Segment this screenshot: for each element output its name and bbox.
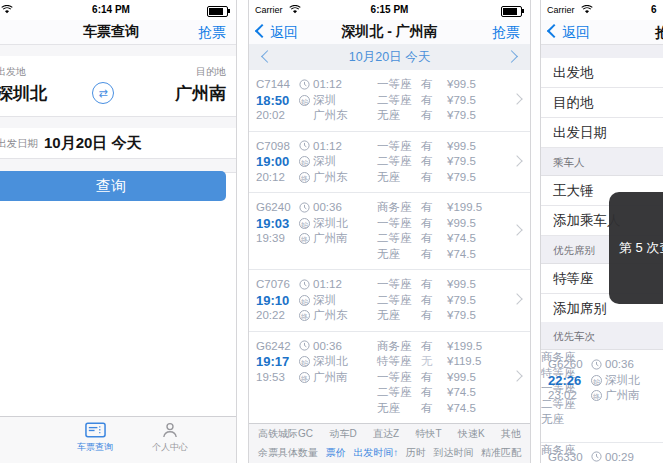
seat-line: 一等座有¥99.5: [377, 216, 512, 232]
seat-class: 一等座: [377, 77, 421, 93]
seat-price: ¥79.5: [447, 309, 476, 321]
arrive-time: 20:22: [256, 308, 290, 324]
clock-icon: [299, 79, 310, 90]
tab-ticket-search[interactable]: 车票查询: [60, 422, 130, 454]
tab-label: 个人中心: [135, 441, 205, 454]
seat-price: ¥74.5: [447, 386, 476, 398]
start-station-badge: 始: [299, 156, 310, 167]
nav-bar: 返回 抢票: [541, 20, 663, 45]
swap-stations-button[interactable]: ⇄: [92, 82, 114, 104]
depart-station-line: 始深圳北: [299, 354, 348, 370]
seat-class: 无座: [541, 413, 564, 425]
arrive-station: 广州南: [313, 371, 348, 383]
arrive-station: 广州南: [313, 232, 348, 244]
from-field[interactable]: 深圳北: [0, 82, 47, 105]
date-field[interactable]: 出发日期 10月20日 今天: [0, 128, 236, 158]
filter-item[interactable]: 到达时间: [433, 446, 473, 460]
filter-item[interactable]: 动车D: [329, 427, 356, 441]
train-route: 00:36始深圳北终广州南: [299, 200, 348, 247]
arrive-time: 19:39: [256, 231, 291, 247]
seat-price: ¥99.5: [447, 78, 476, 90]
seat-line: 无座有¥79.5: [377, 308, 512, 324]
wifi-icon: [581, 5, 593, 14]
grab-ticket-button[interactable]: 抢票: [198, 24, 226, 42]
train-row[interactable]: G626022:2623:0200:36始深圳北终广州南商务座特等座一等座二等座…: [541, 350, 663, 442]
field-row[interactable]: 出发日期: [541, 118, 663, 148]
seat-class: 一等座: [377, 277, 421, 293]
train-row[interactable]: G624019:0319:3900:36始深圳北终广州南商务座有¥199.5一等…: [249, 192, 530, 269]
seat-availability: 有: [421, 170, 447, 186]
seat-class: 一等座: [377, 370, 421, 386]
seat-class: 无座: [377, 401, 421, 417]
status-time: 6:15 PM: [249, 4, 530, 15]
seat-availability: 有: [421, 154, 447, 170]
grab-ticket-content: Carrier 6 返回 抢票 出发地目的地出发日期 乘车人王大锤添加乘车人优先…: [541, 0, 663, 463]
status-bar: Carrier 6: [541, 0, 663, 20]
back-button[interactable]: 返回: [549, 24, 590, 42]
train-times: G624219:1719:53: [256, 339, 291, 386]
seat-availability: 有: [421, 401, 447, 417]
train-number: G6330: [548, 450, 583, 463]
seat-line: 二等座有¥79.5: [377, 154, 512, 170]
train-row[interactable]: G633000:29商务座: [541, 442, 663, 463]
ticket-icon: [85, 422, 106, 438]
seat-availability: 有: [421, 370, 447, 386]
train-times: C709819:0020:12: [256, 139, 290, 186]
train-row[interactable]: C707619:1020:2201:12始深圳终广州东一等座有¥99.5二等座有…: [249, 269, 530, 331]
depart-station: 深圳: [313, 94, 336, 106]
depart-station: 深圳北: [313, 355, 348, 367]
end-station-badge: 终: [299, 310, 310, 321]
prev-day-button[interactable]: [261, 50, 274, 63]
seat-class: 二等座: [377, 293, 421, 309]
seat-availability: 有: [421, 277, 447, 293]
filter-item[interactable]: 其他: [501, 427, 521, 441]
seat-line: 二等座有¥74.5: [377, 231, 512, 247]
field-row[interactable]: 目的地: [541, 88, 663, 118]
seat-list: 一等座有¥99.5二等座有¥79.5无座有¥79.5: [377, 77, 512, 124]
grab-ticket-button[interactable]: 抢票: [492, 24, 520, 42]
train-route: 01:12始深圳始广州东: [299, 77, 348, 124]
filter-item[interactable]: 出发时间↑: [353, 446, 398, 460]
train-row[interactable]: C714418:5020:0201:12始深圳始广州东一等座有¥99.5二等座有…: [249, 70, 530, 131]
next-day-button[interactable]: [505, 50, 518, 63]
seat-line: 一等座有¥99.5: [377, 277, 512, 293]
train-times: C714418:5020:02: [256, 77, 290, 124]
seat-class: 无座: [377, 247, 421, 263]
arrive-time: 20:02: [256, 108, 290, 124]
date-value: 10月20日 今天: [44, 134, 142, 153]
depart-station-line: 始深圳: [299, 293, 348, 309]
filter-item[interactable]: 特快T: [415, 427, 441, 441]
filter-item[interactable]: 精准匹配: [481, 446, 521, 460]
seat-class: 一等座: [377, 139, 421, 155]
chevron-right-icon: [511, 155, 522, 166]
start-station-badge: 始: [299, 95, 310, 106]
search-button[interactable]: 查询: [0, 171, 226, 201]
seat-price: ¥99.5: [447, 217, 476, 229]
filter-item[interactable]: 历时: [406, 446, 426, 460]
seat-availability: 有: [421, 308, 447, 324]
arrive-station: 广州东: [313, 171, 348, 183]
train-row[interactable]: G624219:1719:5300:36始深圳北终广州南商务座有¥199.5特等…: [249, 331, 530, 424]
train-route: 00:36始深圳北终广州南: [591, 357, 640, 404]
chevron-right-icon: [511, 371, 522, 382]
train-row[interactable]: C709819:0020:1201:12始深圳终广州东一等座有¥99.5二等座有…: [249, 131, 530, 193]
seat-class: 二等座: [377, 154, 421, 170]
field-row[interactable]: 出发地: [541, 58, 663, 88]
status-time: 6:14 PM: [0, 4, 236, 15]
date-nav-bar: 10月20日 今天: [249, 44, 530, 71]
section-header: 优先车次: [541, 322, 663, 350]
battery-icon: [501, 6, 522, 17]
train-times: G626022:2623:02: [548, 357, 583, 404]
start-station-badge: 始: [591, 375, 602, 386]
duration-line: 00:36: [299, 339, 348, 355]
filter-item[interactable]: 票价: [326, 446, 346, 460]
filter-item[interactable]: 快速K: [458, 427, 485, 441]
tab-profile[interactable]: 个人中心: [135, 422, 205, 454]
filter-item[interactable]: 余票具体数量: [258, 446, 318, 460]
to-field[interactable]: 广州南: [175, 82, 226, 105]
priority-train-list: G626022:2623:0200:36始深圳北终广州南商务座特等座一等座二等座…: [541, 350, 663, 463]
clock-icon: [299, 202, 310, 213]
seat-availability: 无: [421, 354, 447, 370]
filter-item[interactable]: 直达Z: [373, 427, 399, 441]
filter-item[interactable]: 高铁城际GC: [258, 427, 313, 441]
